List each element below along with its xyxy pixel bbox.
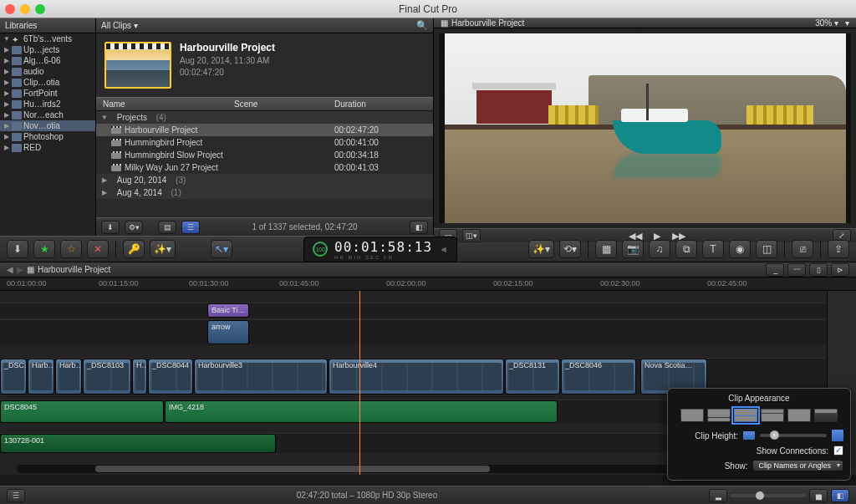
generator-clip[interactable]: arrow (207, 320, 249, 344)
disclosure-triangle-icon[interactable]: ▼ (3, 35, 10, 43)
video-clip[interactable]: Harb… (55, 359, 82, 395)
disclosure-triangle-icon[interactable]: ▶ (3, 68, 10, 75)
snapping-button[interactable]: ⊳ (831, 263, 849, 277)
project-thumbnail[interactable] (104, 42, 171, 89)
appearance-option-6[interactable] (813, 408, 838, 423)
timeline-history-fwd[interactable]: ▶ (17, 265, 23, 274)
disclosure-triangle-icon[interactable]: ▶ (3, 89, 10, 97)
disclosure-triangle-icon[interactable]: ▶ (3, 46, 10, 53)
disclosure-triangle-icon[interactable]: ▶ (3, 57, 10, 64)
zoom-slider-min[interactable]: ▂ (709, 489, 727, 502)
appearance-option-5[interactable] (787, 408, 812, 423)
viewer-settings-button[interactable]: ▾ (845, 18, 849, 28)
disclosure-triangle-icon[interactable]: ▶ (101, 189, 108, 196)
show-connections-checkbox[interactable]: ✓ (833, 445, 843, 456)
disclosure-triangle-icon[interactable]: ▶ (3, 144, 10, 151)
col-name[interactable]: Name (96, 99, 234, 109)
solo-button[interactable]: ▯ (809, 263, 828, 277)
show-names-select[interactable]: Clip Names or Angles (752, 460, 843, 471)
effects-browser-button[interactable]: ▦ (595, 240, 617, 258)
import-button[interactable]: ⬇ (101, 221, 120, 234)
disclosure-triangle-icon[interactable]: ▶ (3, 122, 10, 130)
event-item[interactable]: ▶Up…jects (0, 44, 95, 55)
import-media-button[interactable]: ⬇ (7, 240, 28, 258)
timecode-dashboard[interactable]: 100 00:01:58:13 HR MIN SEC FR ◄ (303, 237, 457, 262)
disclosure-triangle-icon[interactable]: ▶ (3, 100, 10, 108)
event-item[interactable]: ▶Clip…otia (0, 77, 95, 88)
browser-item-row[interactable]: Harbourville Project00:02:47:20 (96, 124, 433, 136)
event-item[interactable]: ▶FortPoint (0, 88, 95, 99)
disclosure-triangle-icon[interactable]: ▶ (3, 133, 10, 140)
audio-clip[interactable]: DSC8045 (0, 400, 164, 423)
clip-appearance-toggle[interactable]: ◧ (831, 489, 849, 502)
clip-appearance-button[interactable]: ◧ (410, 221, 428, 234)
disclosure-triangle-icon[interactable]: ▼ (101, 114, 108, 121)
browser-item-row[interactable]: Milky Way Jun 27 Project00:00:41:03 (96, 161, 433, 174)
audio-skimming-button[interactable]: 〰 (787, 263, 806, 277)
share-button[interactable]: ⇪ (828, 240, 849, 258)
event-item[interactable]: ▶Photoshop (0, 131, 95, 142)
timecode-value[interactable]: 00:01:58:13 (334, 239, 432, 255)
favorite-button[interactable]: ★ (33, 240, 55, 258)
video-clip[interactable]: Harbourville3 (194, 359, 328, 395)
timeline-history-back[interactable]: ◀ (7, 265, 13, 274)
browser-item-row[interactable]: Hummingbird Slow Project00:00:34:18 (96, 149, 433, 161)
browser-item-row[interactable]: Hummingbird Project00:00:41:00 (96, 136, 433, 149)
timeline-index-button[interactable]: ☰ (7, 489, 25, 502)
title-clip[interactable]: Basic Ti… (207, 303, 249, 318)
video-clip[interactable]: Harb… (28, 359, 54, 395)
event-item[interactable]: ▶audio (0, 66, 95, 77)
video-clip[interactable]: _DSC8103 (83, 359, 131, 395)
filmstrip-view-button[interactable]: ▤ (158, 221, 176, 234)
event-item[interactable]: ▶Alg…6-06 (0, 55, 95, 66)
video-clip[interactable]: Harbourville4 (329, 359, 504, 395)
themes-browser-button[interactable]: ◫ (756, 240, 777, 258)
event-item[interactable]: ▶RED (0, 142, 95, 153)
auto-enhance-button[interactable]: ✨▾ (150, 240, 176, 258)
video-clip[interactable]: _DSC… (0, 359, 27, 395)
zoom-window-button[interactable] (35, 4, 45, 14)
search-icon[interactable]: 🔍 (416, 20, 428, 31)
disclosure-triangle-icon[interactable]: ▶ (101, 176, 108, 184)
close-window-button[interactable] (5, 4, 15, 14)
browser-group-row[interactable]: ▶ Aug 20, 2014 (3) (96, 174, 433, 186)
generators-browser-button[interactable]: ◉ (729, 240, 751, 258)
music-browser-button[interactable]: ♫ (649, 240, 670, 258)
disclosure-triangle-icon[interactable]: ▶ (3, 111, 10, 119)
unrate-button[interactable]: ☆ (60, 240, 82, 258)
viewer-zoom-menu[interactable]: 30% ▾ (815, 18, 838, 28)
viewer-canvas[interactable] (439, 33, 851, 223)
zoom-slider-max[interactable]: ▅ (809, 489, 828, 502)
appearance-option-1[interactable] (680, 408, 705, 423)
appearance-option-3[interactable] (733, 408, 758, 423)
bg-tasks-icon[interactable]: 100 (313, 242, 328, 257)
gear-menu-button[interactable]: ⚙▾ (125, 221, 143, 234)
reject-button[interactable]: ✕ (87, 240, 109, 258)
event-item-selected[interactable]: ▶Nov…otia (0, 120, 95, 131)
video-clip[interactable]: _DSC8044 (148, 359, 193, 395)
skimming-button[interactable]: ⎯ (766, 263, 784, 277)
col-scene[interactable]: Scene (234, 99, 334, 109)
disclosure-triangle-icon[interactable]: ▶ (3, 79, 10, 86)
effects-enhance-button[interactable]: ✨▾ (528, 240, 554, 258)
select-tool-button[interactable]: ↖▾ (211, 240, 232, 258)
list-view-button[interactable]: ☰ (181, 221, 200, 234)
audio-meter-icon[interactable]: ◄ (439, 244, 448, 254)
col-duration[interactable]: Duration (334, 99, 433, 109)
browser-filter[interactable]: All Clips ▾ (101, 21, 138, 30)
minimize-window-button[interactable] (20, 4, 30, 14)
appearance-option-2[interactable] (706, 408, 731, 423)
titles-browser-button[interactable]: T (702, 240, 724, 258)
video-clip[interactable]: H… (132, 359, 147, 395)
library-root[interactable]: ▼ ✦ 6Tb's…vents (0, 33, 95, 44)
event-item[interactable]: ▶Hu…irds2 (0, 99, 95, 109)
timeline-ruler[interactable]: 00:01:00:00 00:01:15:00 00:01:30:00 00:0… (0, 277, 856, 291)
retime-button[interactable]: ⟲▾ (559, 240, 581, 258)
audio-clip[interactable]: IMG_4218 (165, 400, 558, 423)
scrollbar-thumb[interactable] (95, 466, 490, 472)
photos-browser-button[interactable]: 📷 (622, 240, 644, 258)
video-clip[interactable]: _DSC8046 (561, 359, 636, 395)
keyword-button[interactable]: 🔑 (123, 240, 145, 258)
audio-clip[interactable]: 130728-001 (0, 434, 276, 453)
timeline-zoom-slider[interactable] (731, 494, 806, 497)
